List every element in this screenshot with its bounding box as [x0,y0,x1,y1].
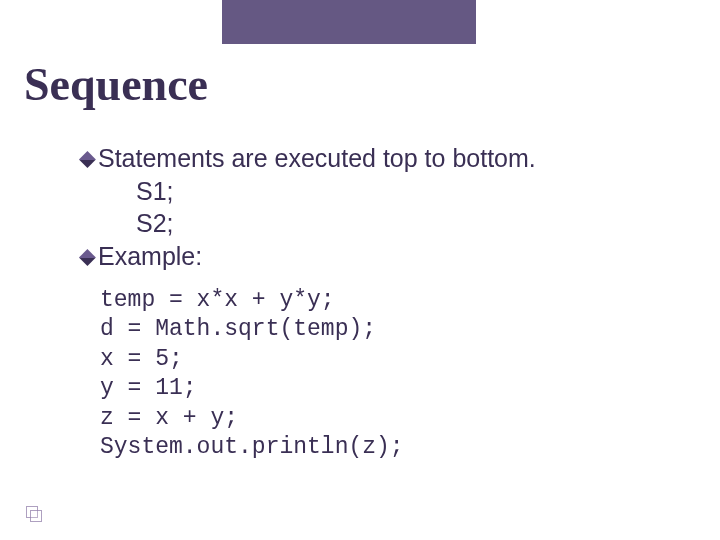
bullet-sub-s2: S2; [136,207,650,240]
code-example: temp = x*x + y*y; d = Math.sqrt(temp); x… [100,286,650,463]
bullet-item-1: Statements are executed top to bottom. [80,142,650,175]
bullet-text: Example: [98,240,202,273]
bullet-text: Statements are executed top to bottom. [98,142,536,175]
slide-body: Statements are executed top to bottom. S… [80,142,650,463]
top-purple-band [222,0,476,44]
diamond-bullet-icon [79,151,96,168]
diamond-bullet-icon [79,249,96,266]
slide: Sequence Statements are executed top to … [0,0,720,540]
corner-squares-icon [26,506,42,522]
slide-title: Sequence [24,58,208,111]
bullet-sub-s1: S1; [136,175,650,208]
bullet-item-2: Example: [80,240,650,273]
